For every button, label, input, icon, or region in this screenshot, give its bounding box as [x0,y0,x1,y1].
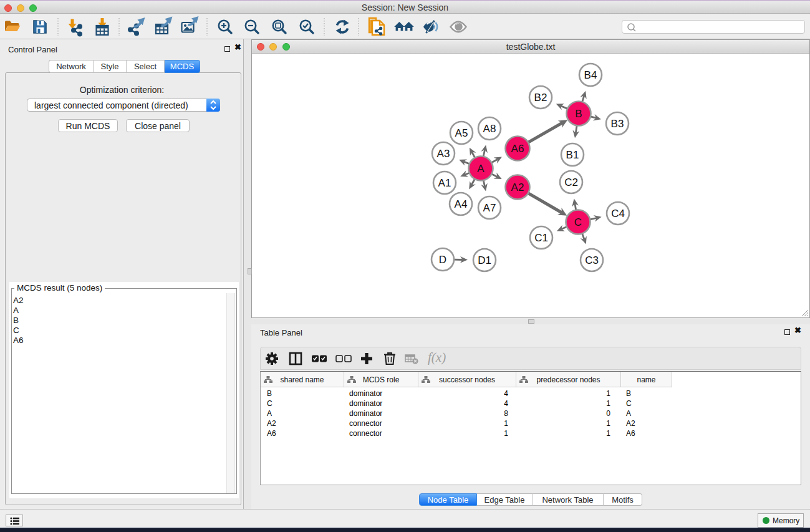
svg-text:B4: B4 [584,69,597,81]
svg-text:D: D [439,254,446,266]
svg-text:A5: A5 [455,127,468,139]
svg-text:D1: D1 [478,254,491,266]
svg-text:A4: A4 [455,198,468,210]
svg-text:C3: C3 [585,254,599,266]
svg-text:B: B [575,108,582,120]
svg-text:A7: A7 [483,202,496,214]
svg-text:B2: B2 [534,92,547,104]
svg-text:A8: A8 [483,123,496,135]
svg-text:B1: B1 [566,149,579,161]
svg-text:A2: A2 [511,181,524,193]
svg-text:B3: B3 [611,118,624,130]
svg-text:A: A [477,163,485,175]
svg-text:A1: A1 [438,177,451,189]
svg-text:C2: C2 [564,177,578,188]
svg-text:A3: A3 [437,148,450,160]
svg-text:C1: C1 [534,232,548,244]
svg-text:C: C [574,216,582,228]
svg-text:A6: A6 [511,143,524,155]
svg-text:C4: C4 [611,208,625,220]
